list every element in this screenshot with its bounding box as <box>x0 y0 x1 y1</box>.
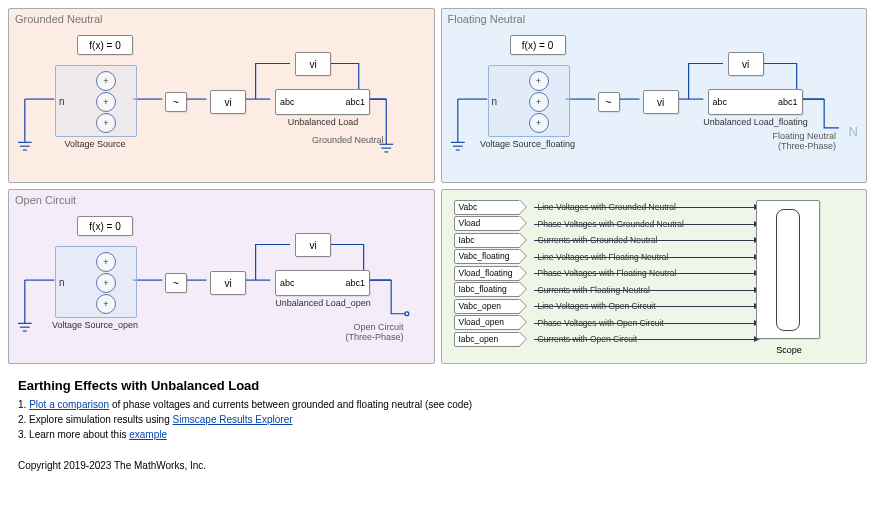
footer-step: 3. Learn more about this example <box>18 427 857 442</box>
from-tag[interactable]: Iabc_floating <box>454 282 520 297</box>
unbalanced-load-label: Unbalanced Load_floating <box>696 117 816 127</box>
footer-step: 2. Explore simulation results using Sims… <box>18 412 857 427</box>
footer: Earthing Effects with Unbalanced Load 1.… <box>8 364 867 483</box>
floating-neutral-glyph: N <box>849 124 858 139</box>
signal-row: Iabc_openCurrents with Open Circuit <box>454 332 741 346</box>
abc-left: abc <box>276 90 323 114</box>
scope-label: Scope <box>758 345 820 355</box>
signal-row: IabcCurrents with Grounded Neutral <box>454 233 741 247</box>
from-tag[interactable]: Iabc_open <box>454 332 520 347</box>
from-tag[interactable]: Vabc_open <box>454 299 520 314</box>
page-heading: Earthing Effects with Unbalanced Load <box>18 378 857 393</box>
vsrc-phase-c-icon: + <box>529 113 549 133</box>
vi-sensor-1[interactable]: vi <box>210 271 246 295</box>
unbalanced-load-block[interactable]: abc abc1 <box>708 89 803 115</box>
vi-sensor-1[interactable]: vi <box>210 90 246 114</box>
from-tag[interactable]: Iabc <box>454 233 520 248</box>
vsrc-phase-a-icon: + <box>529 71 549 91</box>
from-tag[interactable]: Vabc_floating <box>454 249 520 264</box>
signal-wire <box>534 224 754 225</box>
solver-config-block[interactable]: f(x) = 0 <box>77 216 133 236</box>
voltage-source-label: Voltage Source_open <box>35 320 155 330</box>
tilde-block[interactable]: ~ <box>165 92 187 112</box>
panel-grounded-neutral: Grounded Neutral f(x) = 0 <box>8 8 435 183</box>
panel-title-floating: Floating Neutral <box>448 13 861 25</box>
from-tag[interactable]: Vload_floating <box>454 266 520 281</box>
signal-row: Vload_openPhase Voltages with Open Circu… <box>454 316 741 330</box>
svg-point-12 <box>405 312 409 316</box>
vsrc-phase-b-icon: + <box>529 92 549 112</box>
tilde-block[interactable]: ~ <box>165 273 187 293</box>
signal-row: VloadPhase Voltages with Grounded Neutra… <box>454 217 741 231</box>
abc-left: abc <box>276 271 323 295</box>
fx-label: f(x) = 0 <box>89 221 120 232</box>
vi-sensor-1[interactable]: vi <box>643 90 679 114</box>
vi-sensor-2[interactable]: vi <box>728 52 764 76</box>
abc-right: abc1 <box>755 90 802 114</box>
footer-link[interactable]: Simscape Results Explorer <box>173 414 293 425</box>
corner-label-grounded: Grounded Neutral <box>312 135 384 145</box>
signal-wire <box>534 306 754 307</box>
scope-block[interactable] <box>756 200 820 339</box>
fx-label: f(x) = 0 <box>522 40 553 51</box>
fx-label: f(x) = 0 <box>89 40 120 51</box>
signal-row: Vload_floatingPhase Voltages with Floati… <box>454 266 741 280</box>
schematic-grounded: f(x) = 0 n + + + Voltage Source ~ vi abc… <box>15 27 428 176</box>
from-tag[interactable]: Vabc <box>454 200 520 215</box>
solver-config-block[interactable]: f(x) = 0 <box>77 35 133 55</box>
unbalanced-load-block[interactable]: abc abc1 <box>275 270 370 296</box>
footer-link[interactable]: example <box>129 429 167 440</box>
unbalanced-load-label: Unbalanced Load_open <box>263 298 383 308</box>
voltage-source-label: Voltage Source_floating <box>468 139 588 149</box>
voltage-source-block[interactable]: n + + + <box>488 65 570 137</box>
scope-screen-icon <box>776 209 800 331</box>
schematic-open: f(x) = 0 n + + + Voltage Source_open ~ v… <box>15 208 428 357</box>
signal-row: Vabc_floatingLine Voltages with Floating… <box>454 250 741 264</box>
footer-step: 1. Plot a comparison of phase voltages a… <box>18 397 857 412</box>
from-tag[interactable]: Vload <box>454 216 520 231</box>
panel-title-grounded: Grounded Neutral <box>15 13 428 25</box>
panel-title-open: Open Circuit <box>15 194 428 206</box>
panel-floating-neutral: Floating Neutral f(x) = 0 <box>441 8 868 183</box>
signal-wire <box>534 257 754 258</box>
vi-sensor-2[interactable]: vi <box>295 233 331 257</box>
vsrc-phase-b-icon: + <box>96 273 116 293</box>
unbalanced-load-block[interactable]: abc abc1 <box>275 89 370 115</box>
signal-wire <box>534 323 754 324</box>
panel-open-circuit: Open Circuit f(x) = 0 <box>8 189 435 364</box>
panel-scope: VabcLine Voltages with Grounded NeutralV… <box>441 189 868 364</box>
vsrc-phase-a-icon: + <box>96 71 116 91</box>
voltage-source-block[interactable]: n + + + <box>55 246 137 318</box>
signal-row: Iabc_floatingCurrents with Floating Neut… <box>454 283 741 297</box>
vsrc-phase-c-icon: + <box>96 294 116 314</box>
signal-wire <box>534 339 754 340</box>
signal-wire <box>534 240 754 241</box>
signal-wire <box>534 290 754 291</box>
signal-row: Vabc_openLine Voltages with Open Circuit <box>454 299 741 313</box>
tilde-block[interactable]: ~ <box>598 92 620 112</box>
voltage-source-block[interactable]: n + + + <box>55 65 137 137</box>
abc-right: abc1 <box>323 271 370 295</box>
corner-label-open: Open Circuit (Three-Phase) <box>345 322 403 343</box>
copyright: Copyright 2019-2023 The MathWorks, Inc. <box>18 460 857 471</box>
vi-sensor-2[interactable]: vi <box>295 52 331 76</box>
corner-label-floating: Floating Neutral (Three-Phase) <box>772 131 836 152</box>
signal-row: VabcLine Voltages with Grounded Neutral <box>454 200 741 214</box>
abc-left: abc <box>709 90 756 114</box>
vsrc-phase-a-icon: + <box>96 252 116 272</box>
vsrc-phase-c-icon: + <box>96 113 116 133</box>
voltage-source-label: Voltage Source <box>35 139 155 149</box>
solver-config-block[interactable]: f(x) = 0 <box>510 35 566 55</box>
unbalanced-load-label: Unbalanced Load <box>263 117 383 127</box>
vsrc-phase-b-icon: + <box>96 92 116 112</box>
abc-right: abc1 <box>323 90 370 114</box>
signal-wire <box>534 273 754 274</box>
footer-link[interactable]: Plot a comparison <box>29 399 109 410</box>
schematic-floating: f(x) = 0 n + + + Voltage Source_floating… <box>448 27 861 176</box>
signal-wire <box>534 207 754 208</box>
from-tag[interactable]: Vload_open <box>454 315 520 330</box>
